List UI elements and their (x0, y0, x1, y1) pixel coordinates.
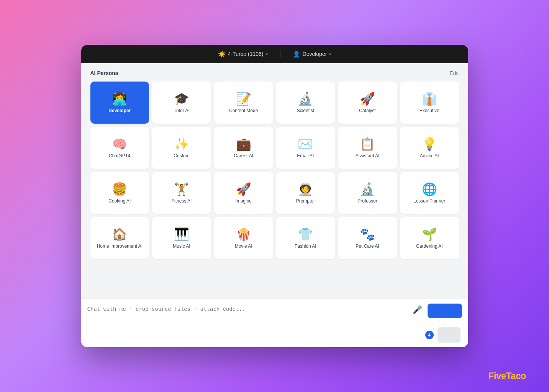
movie-ai-icon: 🍿 (236, 228, 251, 240)
user-chevron: ▾ (329, 52, 331, 56)
chat-input[interactable] (87, 304, 407, 323)
persona-grid: 👩‍💻Developer🎓Tutor AI📝Content Mode🔬Scien… (90, 82, 459, 259)
email-ai-label: Email AI (297, 153, 314, 159)
fitness-ai-label: Fitness AI (172, 198, 192, 204)
career-ai-icon: 💼 (236, 138, 251, 150)
persona-card-movie-ai[interactable]: 🍿Movie AI (214, 217, 273, 259)
career-ai-label: Career AI (234, 153, 253, 159)
cooking-ai-icon: 🍔 (112, 183, 127, 195)
chat-area: 🎤 4 (81, 299, 468, 347)
professor-label: Professor (357, 198, 377, 204)
persona-section: AI Persona Edit 👩‍💻Developer🎓Tutor AI📝Co… (81, 63, 468, 299)
tutor-ai-icon: 🎓 (174, 93, 189, 105)
movie-ai-label: Movie AI (235, 243, 252, 250)
app-window: ☀️ 4-Turbo (1106) ▾ 👤 Developer ▾ AI Per… (81, 45, 468, 347)
attachment-thumbnail (438, 327, 461, 343)
lesson-planner-label: Lesson Planner (413, 198, 445, 204)
persona-card-fitness-ai[interactable]: 🏋️Fitness AI (152, 172, 211, 214)
user-icon: 👤 (293, 51, 300, 58)
home-improvement-ai-label: Home Improvement AI (97, 243, 143, 250)
persona-card-content-mode[interactable]: 📝Content Mode (214, 82, 273, 124)
assistant-ai-icon: 📋 (360, 138, 375, 150)
fitness-ai-icon: 🏋️ (174, 183, 189, 195)
persona-card-imagine[interactable]: 🚀Imagine (214, 172, 273, 214)
music-ai-icon: 🎹 (174, 228, 189, 240)
persona-card-scientist[interactable]: 🔬Scientist (276, 82, 335, 124)
user-label: Developer (303, 51, 327, 57)
tutor-ai-label: Tutor AI (174, 108, 190, 114)
content-mode-label: Content Mode (229, 108, 258, 114)
persona-card-executive[interactable]: 👔Executive (400, 82, 459, 124)
content-area: AI Persona Edit 👩‍💻Developer🎓Tutor AI📝Co… (81, 63, 468, 347)
professor-icon: 🔬 (360, 183, 375, 195)
fashion-ai-icon: 👕 (298, 228, 313, 240)
email-ai-icon: ✉️ (298, 138, 313, 150)
file-count-badge: 4 (425, 331, 434, 339)
persona-card-assistant-ai[interactable]: 📋Assistant AI (338, 127, 397, 169)
chatgpt4-icon: 🧠 (112, 138, 127, 150)
branding: FiveTaco (488, 371, 526, 381)
assistant-ai-label: Assistant AI (356, 153, 380, 159)
persona-card-chatgpt4[interactable]: 🧠ChatGPT4 (90, 127, 149, 169)
user-selector[interactable]: 👤 Developer ▾ (293, 51, 331, 58)
content-mode-icon: 📝 (236, 93, 251, 105)
persona-card-tutor-ai[interactable]: 🎓Tutor AI (152, 82, 211, 124)
persona-card-gardening-ai[interactable]: 🌱Gardening AI (400, 217, 459, 259)
persona-card-music-ai[interactable]: 🎹Music AI (152, 217, 211, 259)
gardening-ai-icon: 🌱 (422, 228, 437, 240)
gardening-ai-label: Gardening AI (416, 243, 443, 250)
pet-care-ai-label: Pet Care AI (356, 243, 379, 250)
send-button[interactable] (428, 304, 462, 318)
persona-card-developer[interactable]: 👩‍💻Developer (90, 82, 149, 124)
imagine-icon: 🚀 (236, 183, 251, 195)
chat-footer: 4 (87, 327, 462, 343)
executive-label: Executive (420, 108, 439, 114)
prompter-label: Prompter (296, 198, 315, 204)
persona-card-custom[interactable]: ✨Custom (152, 127, 211, 169)
persona-card-email-ai[interactable]: ✉️Email AI (276, 127, 335, 169)
pet-care-ai-icon: 🐾 (360, 228, 375, 240)
model-chevron: ▾ (266, 52, 268, 56)
executive-icon: 👔 (422, 93, 437, 105)
cooking-ai-label: Cooking AI (108, 198, 131, 204)
persona-card-career-ai[interactable]: 💼Career AI (214, 127, 273, 169)
model-selector[interactable]: ☀️ 4-Turbo (1106) ▾ (218, 51, 268, 58)
advice-ai-icon: 💡 (422, 138, 437, 150)
persona-card-lesson-planner[interactable]: 🌐Lesson Planner (400, 172, 459, 214)
titlebar-divider (280, 50, 280, 58)
persona-card-catalyst[interactable]: 🚀Catalyst (338, 82, 397, 124)
custom-icon: ✨ (174, 138, 189, 150)
developer-label: Developer (108, 108, 131, 114)
edit-button[interactable]: Edit (449, 70, 459, 76)
home-improvement-ai-icon: 🏠 (112, 228, 127, 240)
brand-part1: Five (488, 371, 506, 381)
mic-button[interactable]: 🎤 (411, 304, 424, 315)
persona-card-home-improvement-ai[interactable]: 🏠Home Improvement AI (90, 217, 149, 259)
brand-part2: Taco (506, 371, 526, 381)
persona-card-fashion-ai[interactable]: 👕Fashion AI (276, 217, 335, 259)
chat-input-row: 🎤 (87, 304, 462, 324)
chatgpt4-label: ChatGPT4 (109, 153, 131, 159)
section-title: AI Persona (90, 70, 118, 76)
persona-card-pet-care-ai[interactable]: 🐾Pet Care AI (338, 217, 397, 259)
scientist-icon: 🔬 (298, 93, 313, 105)
model-icon: ☀️ (218, 51, 226, 58)
music-ai-label: Music AI (173, 243, 190, 250)
chat-input-wrapper (87, 304, 407, 324)
fashion-ai-label: Fashion AI (295, 243, 316, 250)
custom-label: Custom (174, 153, 189, 159)
scientist-label: Scientist (297, 108, 314, 114)
catalyst-label: Catalyst (359, 108, 375, 114)
developer-icon: 👩‍💻 (112, 93, 127, 105)
catalyst-icon: 🚀 (360, 93, 375, 105)
titlebar: ☀️ 4-Turbo (1106) ▾ 👤 Developer ▾ (81, 45, 468, 63)
persona-card-advice-ai[interactable]: 💡Advice AI (400, 127, 459, 169)
imagine-label: Imagine (235, 198, 252, 204)
persona-card-cooking-ai[interactable]: 🍔Cooking AI (90, 172, 149, 214)
section-header: AI Persona Edit (90, 70, 459, 76)
model-label: 4-Turbo (1106) (228, 51, 264, 57)
prompter-icon: 🧑‍🚀 (298, 183, 313, 195)
persona-card-prompter[interactable]: 🧑‍🚀Prompter (276, 172, 335, 214)
lesson-planner-icon: 🌐 (422, 183, 437, 195)
persona-card-professor[interactable]: 🔬Professor (338, 172, 397, 214)
